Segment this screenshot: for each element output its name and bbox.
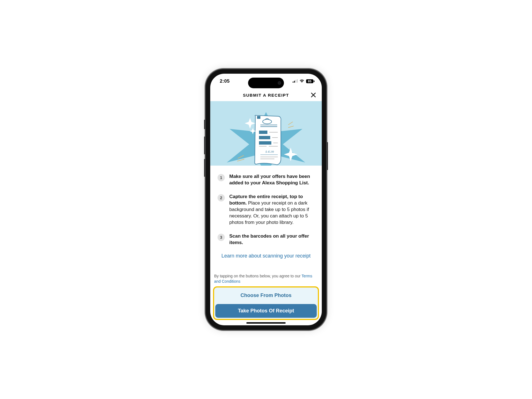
svg-rect-11 xyxy=(257,116,260,119)
step-1: 1 Make sure all your offers have been ad… xyxy=(218,173,314,186)
footer: By tapping on the buttons below, you agr… xyxy=(210,273,322,325)
phone-screen: 2:05 xyxy=(210,74,322,325)
svg-rect-2 xyxy=(295,80,296,83)
receipt-illustration: $ 45.99 xyxy=(218,112,314,166)
cellular-icon xyxy=(293,78,298,84)
svg-rect-0 xyxy=(293,82,293,83)
learn-more-link[interactable]: Learn more about scanning your receipt xyxy=(218,253,314,259)
nav-bar: SUBMIT A RECEIPT xyxy=(210,89,322,101)
choose-from-photos-button[interactable]: Choose From Photos xyxy=(215,289,317,302)
svg-rect-1 xyxy=(294,81,295,83)
svg-rect-19 xyxy=(259,141,271,145)
steps-list: 1 Make sure all your offers have been ad… xyxy=(210,166,322,273)
take-photos-button[interactable]: Take Photos Of Receipt xyxy=(215,304,317,318)
dynamic-island xyxy=(248,78,284,88)
svg-line-10 xyxy=(288,126,293,127)
hero-illustration: $ 45.99 xyxy=(210,101,322,166)
wifi-icon xyxy=(299,78,304,84)
battery-icon: 85 xyxy=(306,79,314,83)
page-title: SUBMIT A RECEIPT xyxy=(243,93,289,98)
step-badge: 3 xyxy=(218,234,225,241)
home-indicator[interactable] xyxy=(246,322,286,324)
close-icon xyxy=(311,92,316,98)
step-badge: 1 xyxy=(218,174,225,181)
step-text: Capture the entire receipt, top to botto… xyxy=(229,194,314,226)
svg-rect-15 xyxy=(259,131,267,134)
volume-down-button xyxy=(204,159,205,177)
agree-text: By tapping on the buttons below, you agr… xyxy=(213,273,319,286)
power-button xyxy=(327,142,328,170)
svg-rect-5 xyxy=(314,80,314,82)
svg-line-9 xyxy=(288,122,293,125)
phone-mockup: 2:05 xyxy=(206,69,326,330)
status-time: 2:05 xyxy=(218,78,230,84)
step-text: Make sure all your offers have been adde… xyxy=(229,173,314,186)
svg-rect-17 xyxy=(259,136,270,139)
svg-text:$ 45.99: $ 45.99 xyxy=(265,150,274,153)
volume-up-button xyxy=(204,136,205,154)
close-button[interactable] xyxy=(309,91,317,99)
step-badge: 2 xyxy=(218,194,225,201)
svg-rect-3 xyxy=(297,79,298,83)
step-2: 2 Capture the entire receipt, top to bot… xyxy=(218,194,314,226)
step-3: 3 Scan the barcodes on all your offer it… xyxy=(218,233,314,246)
action-button-group: Choose From Photos Take Photos Of Receip… xyxy=(213,286,319,320)
ringer-switch xyxy=(204,120,205,129)
phone-frame: 2:05 xyxy=(206,69,326,330)
step-text: Scan the barcodes on all your offer item… xyxy=(229,233,314,246)
